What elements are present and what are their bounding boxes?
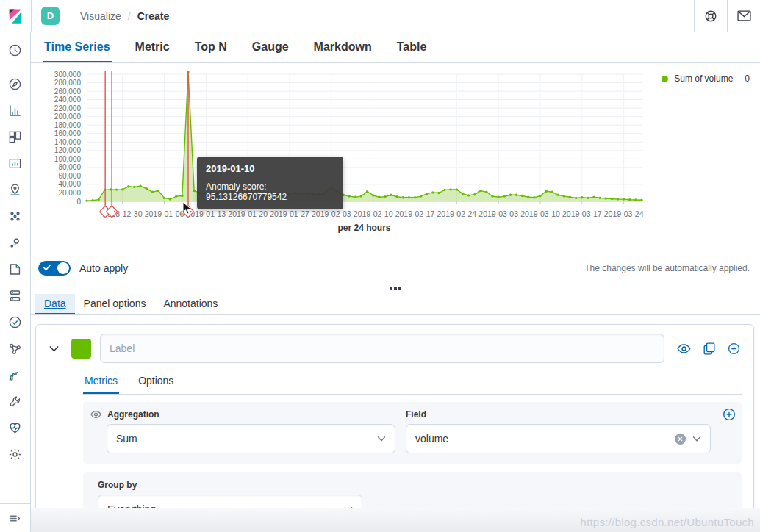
add-series-button[interactable] [728,342,740,355]
sidebar-item-graph[interactable] [0,229,31,256]
viz-tab-metric[interactable]: Metric [134,32,171,62]
breadcrumb-section[interactable]: Visualize [80,10,121,22]
svg-text:2019-03-24: 2019-03-24 [604,209,644,218]
recently-viewed-icon [8,43,22,57]
copy-icon [703,342,715,355]
top-header: D Visualize / Create [0,0,760,32]
svg-text:120,000: 120,000 [54,146,82,154]
editor-tab-annotations[interactable]: Annotations [154,294,226,314]
sidebar-item-dev-tools[interactable] [0,388,31,414]
menu-expand-icon [9,512,21,525]
sidebar-item-dashboard[interactable] [0,123,31,150]
tooltip-date: 2019-01-10 [206,163,334,174]
plus-circle-icon [723,408,736,421]
viz-tab-gauge[interactable]: Gauge [251,32,290,62]
editor-tabs: DataPanel optionsAnnotations [31,294,760,315]
svg-text:260,000: 260,000 [54,87,82,96]
editor-tab-data[interactable]: Data [35,294,75,314]
resize-handle-row [31,282,760,294]
space-avatar[interactable]: D [41,7,60,25]
svg-text:2019-02-03: 2019-02-03 [312,209,351,218]
svg-text:20,000: 20,000 [58,189,81,197]
group-by-label: Group by [98,480,137,490]
field-value: volume [415,433,675,445]
sidebar-item-discover[interactable] [0,71,31,97]
breadcrumb-separator: / [128,10,131,22]
space-initial: D [47,10,54,21]
chart-area: 020,00040,00060,00080,000100,000120,0001… [31,63,760,254]
monitoring-icon [8,421,22,435]
sidebar-item-visualize[interactable] [0,97,31,123]
svg-text:0: 0 [76,198,81,206]
sidebar-item-apm[interactable] [0,335,31,362]
sidebar-item-infrastructure[interactable] [0,282,31,309]
svg-text:200,000: 200,000 [54,112,82,121]
dev-tools-icon [8,395,22,409]
series-label-input[interactable] [100,334,664,363]
sidebar-item-saved-objects[interactable] [0,256,31,282]
svg-text:2019-03-10: 2019-03-10 [520,209,560,218]
dashboard-icon [8,130,22,144]
help-icon [704,10,717,23]
main-content: Time SeriesMetricTop NGaugeMarkdownTable… [31,32,760,532]
series-collapse-button[interactable] [45,339,62,357]
toggle-series-visibility-button[interactable] [677,343,691,354]
svg-text:240,000: 240,000 [54,96,82,104]
aggregation-column: Aggregation Sum [90,409,395,453]
toggle-knob [57,262,69,274]
footer-strip: https://blog.csdn.net/UbuntuTouch [31,508,760,532]
field-combobox[interactable]: volume [406,424,711,453]
series-color-swatch[interactable] [71,339,91,359]
svg-text:2019-02-24: 2019-02-24 [437,209,476,218]
kibana-logo-icon [7,8,24,24]
add-metric-button[interactable] [723,408,736,421]
sidebar-item-monitoring[interactable] [0,414,31,441]
canvas-icon [8,157,22,170]
series-tab-metrics[interactable]: Metrics [83,370,119,394]
eye-icon [90,410,101,419]
svg-text:2019-01-20: 2019-01-20 [228,209,268,218]
sidebar-item-logs[interactable] [0,362,31,388]
series-editor-card: MetricsOptions Aggregation Su [35,324,754,532]
mouse-cursor [182,201,192,215]
viz-tab-time-series[interactable]: Time Series [43,32,112,62]
newsfeed-button[interactable] [727,0,760,32]
time-series-chart[interactable]: 020,00040,00060,00080,000100,000120,0001… [31,63,760,247]
viz-tab-table[interactable]: Table [395,32,429,62]
help-button[interactable] [694,0,727,32]
sidebar-item-maps[interactable] [0,176,31,203]
field-column: Field volume [406,409,711,453]
sidebar-item-management[interactable] [0,441,31,467]
svg-text:2019-03-17: 2019-03-17 [562,209,602,218]
header-actions [694,0,760,32]
visualize-icon [8,104,22,118]
aggregation-label: Aggregation [107,409,159,420]
sidebar-collapse-button[interactable] [0,503,31,532]
clone-series-button[interactable] [703,342,715,355]
svg-text:300,000: 300,000 [54,71,82,79]
infrastructure-icon [8,289,22,303]
viz-tab-markdown[interactable]: Markdown [312,32,373,62]
chart-legend[interactable]: Sum of volume 0 [662,73,750,84]
breadcrumb-page: Create [137,10,170,22]
metric-visibility-button[interactable] [90,410,101,419]
editor-tab-panel-options[interactable]: Panel options [75,294,155,314]
auto-apply-toggle[interactable] [38,261,71,276]
series-tab-options[interactable]: Options [137,370,175,394]
svg-text:280,000: 280,000 [54,79,82,87]
auto-apply-label: Auto apply [79,262,128,274]
aggregation-select[interactable]: Sum [107,424,395,453]
machine-learning-icon [8,209,22,223]
sidebar-item-uptime[interactable] [0,309,31,335]
sidebar-item-canvas[interactable] [0,150,31,176]
sidebar-item-recently-viewed[interactable] [0,37,31,63]
panel-resize-handle[interactable] [385,284,406,292]
viz-tab-top-n[interactable]: Top N [193,32,229,62]
kibana-logo[interactable] [0,0,32,32]
field-clear-button[interactable] [675,434,686,445]
svg-text:180,000: 180,000 [54,121,82,129]
sidebar-item-machine-learning[interactable] [0,203,31,229]
series-inner-tabs: MetricsOptions [83,370,742,395]
aggregation-panel: Aggregation Sum Field [83,402,742,464]
svg-text:220,000: 220,000 [54,104,82,112]
